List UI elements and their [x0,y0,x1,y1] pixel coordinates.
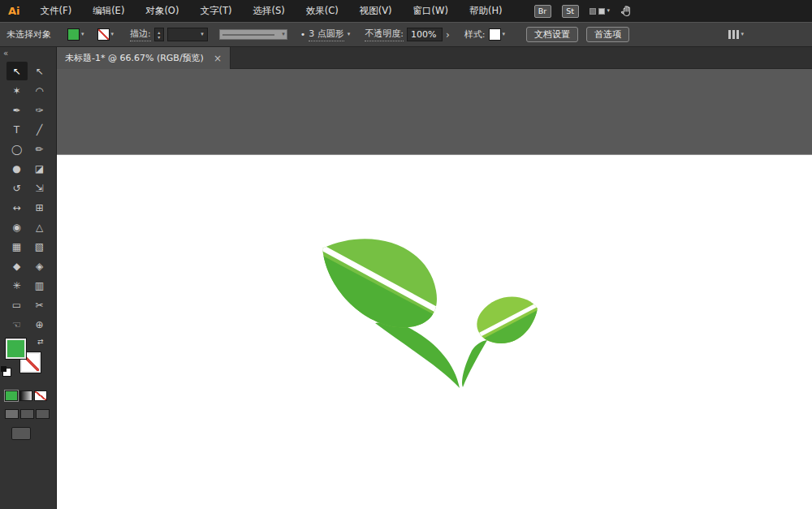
menu-object[interactable]: 对象(O) [135,5,189,17]
swap-fill-stroke-icon[interactable]: ⇄ [37,338,44,346]
paintbrush-tool[interactable]: ✑ [29,101,50,119]
fill-swatch[interactable] [67,28,80,41]
stroke-weight-label[interactable]: 描边: [130,28,151,41]
stroke-color-control[interactable] [97,28,114,41]
default-swatches-icon[interactable] [2,368,11,377]
document-tab-bar: 未标题-1* @ 66.67% (RGB/预览) × [57,47,812,69]
rotate-tool[interactable]: ↺ [6,179,28,197]
profile-chevron-icon [282,32,285,37]
chevron-down-icon [607,8,611,14]
st-button[interactable]: St [562,5,579,18]
pencil-tool[interactable]: ✏ [29,140,50,158]
type-tool[interactable]: T [6,120,28,139]
opacity-popout-arrow[interactable]: › [446,29,450,41]
fill-color-control[interactable] [67,28,84,41]
gradient-tool[interactable]: ▧ [29,237,50,256]
hand-cursor-svg [620,5,633,18]
direct-selection-tool[interactable]: ↖ [29,62,50,80]
blend-tool[interactable]: ◈ [29,257,50,275]
app-logo: Ai [0,5,30,17]
magic-wand-tool[interactable]: ✶ [6,81,28,100]
workspace: « ↖↖✶◠✒✑T╱◯✏●◪↺⇲↔⊞◉△▦▧◆◈✳▥▭✂☜⊕ ⇄ [0,47,812,509]
color-mode-button[interactable] [5,390,18,401]
stroke-swatch[interactable] [97,28,110,41]
workspace-switcher-icon[interactable] [590,8,611,15]
free-transform-tool[interactable]: ⊞ [29,198,50,217]
style-swatch[interactable] [489,28,501,41]
menu-file[interactable]: 文件(F) [30,5,83,17]
menu-edit[interactable]: 编辑(E) [82,5,135,17]
brush-chevron-icon[interactable] [348,32,351,37]
menu-view[interactable]: 视图(V) [349,5,403,17]
tools-grid: ↖↖✶◠✒✑T╱◯✏●◪↺⇲↔⊞◉△▦▧◆◈✳▥▭✂☜⊕ [0,62,56,334]
gradient-mode-button[interactable] [19,390,32,401]
menu-select[interactable]: 选择(S) [242,5,295,17]
illustrator-window: Ai 文件(F)编辑(E)对象(O)文字(T)选择(S)效果(C)视图(V)窗口… [0,0,812,509]
menu-help[interactable]: 帮助(H) [459,5,513,17]
menu-bar: Ai 文件(F)编辑(E)对象(O)文字(T)选择(S)效果(C)视图(V)窗口… [0,0,812,22]
style-chevron-icon[interactable] [503,32,506,37]
mesh-tool[interactable]: ▦ [6,237,28,256]
stroke-chevron-down-icon[interactable] [111,32,114,37]
symbol-sprayer-tool[interactable]: ✳ [6,276,28,295]
menu-bar-right: Br St [534,5,634,18]
pen-tool[interactable]: ✒ [6,101,28,119]
slice-tool[interactable]: ✂ [29,295,50,314]
style-label: 样式: [464,28,486,41]
shape-builder-tool[interactable]: ◉ [6,218,28,236]
brush-preview-dot: • [300,29,306,40]
document-tab[interactable]: 未标题-1* @ 66.67% (RGB/预览) × [57,47,231,69]
opacity-label[interactable]: 不透明度: [365,28,404,41]
tab-close-icon[interactable]: × [214,53,222,64]
panel-collapse-icon[interactable]: « [0,47,56,60]
leaf-logo[interactable] [57,69,812,509]
ellipse-tool[interactable]: ◯ [6,140,28,158]
menu-items: 文件(F)编辑(E)对象(O)文字(T)选择(S)效果(C)视图(V)窗口(W)… [30,5,513,17]
tools-panel: « ↖↖✶◠✒✑T╱◯✏●◪↺⇲↔⊞◉△▦▧◆◈✳▥▭✂☜⊕ ⇄ [0,47,57,509]
toolbar-fill-swatch[interactable] [6,339,26,359]
lasso-tool[interactable]: ◠ [29,81,50,100]
line-segment-tool[interactable]: ╱ [29,120,50,139]
style-swatch-control[interactable] [489,28,506,41]
control-bar: 未选择对象 描边: • 3 点圆形 不透明度: 100% › [0,22,812,47]
document-area: 未标题-1* @ 66.67% (RGB/预览) × [57,47,812,509]
width-tool[interactable]: ↔ [6,198,28,217]
selection-status: 未选择对象 [6,28,51,41]
menu-effect[interactable]: 效果(C) [296,5,349,17]
stroke-weight-chevron-icon [201,32,204,37]
canvas-area[interactable] [57,69,812,509]
hand-tool[interactable]: ☜ [6,315,28,334]
arrange-control[interactable] [728,30,744,39]
stroke-weight-combo[interactable] [167,28,208,41]
screen-mode-button[interactable] [11,427,31,440]
eyedropper-tool[interactable]: ◆ [6,257,28,275]
brush-name-label[interactable]: 3 点圆形 [309,28,344,41]
width-profile-combo[interactable] [219,29,287,40]
big-stem [375,322,460,388]
selection-tool[interactable]: ↖ [6,62,28,80]
perspective-grid-tool[interactable]: △ [29,218,50,236]
brush-definition-combo[interactable]: • 3 点圆形 [300,28,351,41]
artboard-tool[interactable]: ▭ [6,295,28,314]
menu-type[interactable]: 文字(T) [189,5,242,17]
align-bars-icon [728,30,739,39]
eraser-tool[interactable]: ◪ [29,159,50,178]
document-setup-button[interactable]: 文档设置 [526,27,578,42]
scale-tool[interactable]: ⇲ [29,179,50,197]
draw-inside-button[interactable] [36,409,50,419]
draw-normal-button[interactable] [5,409,19,419]
bridge-button[interactable]: Br [534,5,551,18]
preferences-button[interactable]: 首选项 [586,27,629,42]
zoom-tool[interactable]: ⊕ [29,315,50,334]
draw-behind-button[interactable] [20,409,34,419]
column-graph-tool[interactable]: ▥ [29,276,50,295]
opacity-input[interactable]: 100% [407,28,443,41]
fill-chevron-down-icon[interactable] [81,32,84,37]
workspace-square-light-icon [598,8,605,15]
hand-cursor-icon[interactable] [620,5,633,18]
none-mode-button[interactable] [34,390,47,401]
blob-brush-tool[interactable]: ● [6,159,28,178]
menu-window[interactable]: 窗口(W) [403,5,459,17]
stroke-weight-stepper[interactable] [154,28,164,41]
draw-mode-row [0,409,56,419]
